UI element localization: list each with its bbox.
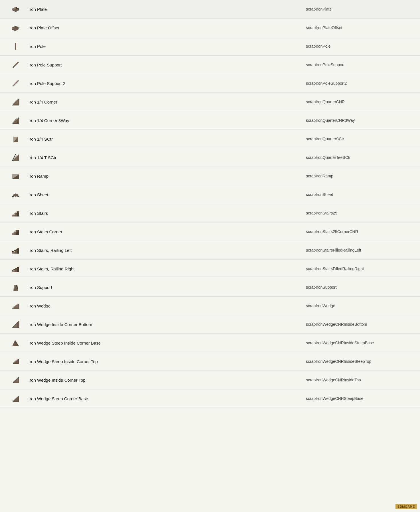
table-row[interactable]: Iron PlatescrapIronPlate (0, 0, 420, 19)
item-icon-wedge-inside-corner-bottom (10, 319, 21, 330)
item-identifier: scrapIronQuarterCNR (306, 100, 414, 104)
item-name: Iron Pole Support (26, 62, 306, 67)
item-name: Iron Pole (26, 44, 306, 49)
item-icon-stairs-railing-right (10, 263, 21, 274)
table-row[interactable]: Iron Stairs, Railing LeftscrapIronStairs… (0, 241, 420, 260)
item-name: Iron Stairs Corner (26, 229, 306, 234)
item-icon-cell (6, 78, 26, 89)
item-name: Iron Wedge Inside Corner Top (26, 378, 306, 383)
item-identifier: scrapIronQuarterSCtr (306, 137, 414, 141)
item-identifier: scrapIronStairsFilledRailingRight (306, 266, 414, 271)
item-identifier: scrapIronSupport (306, 285, 414, 290)
item-identifier: scrapIronWedgeCNRSteepBase (306, 396, 414, 401)
item-identifier: scrapIronStairsFilledRailingLeft (306, 248, 414, 252)
item-icon-cell (6, 282, 26, 293)
item-name: Iron Wedge Steep Inside Corner Base (26, 341, 306, 345)
table-row[interactable]: Iron PolescrapIronPole (0, 37, 420, 56)
item-name: Iron Ramp (26, 174, 306, 179)
item-name: Iron Wedge Steep Inside Corner Top (26, 359, 306, 364)
table-row[interactable]: Iron Wedge Steep Inside Corner TopscrapI… (0, 352, 420, 371)
item-icon-wedge-inside-corner-top (10, 375, 21, 385)
item-name: Iron Plate (26, 7, 306, 12)
item-icon-cell (6, 171, 26, 181)
item-icon-cell (6, 245, 26, 256)
item-name: Iron Plate Offset (26, 25, 306, 30)
svg-line-12 (13, 80, 19, 86)
table-row[interactable]: Iron Pole SupportscrapIronPoleSupport (0, 56, 420, 74)
item-name: Iron Pole Support 2 (26, 81, 306, 86)
svg-marker-61 (12, 359, 19, 364)
item-icon-cell (6, 22, 26, 33)
item-identifier: scrapIronQuarterCNR3Way (306, 118, 414, 123)
item-icon-wedge-steep-inside-corner-base (10, 337, 21, 348)
svg-line-10 (13, 62, 19, 68)
table-row[interactable]: Iron Plate OffsetscrapIronPlateOffset (0, 19, 420, 37)
item-icon-cell (6, 356, 26, 367)
item-identifier: scrapIronPoleSupport (306, 62, 414, 67)
svg-marker-67 (12, 396, 19, 402)
item-icon-cell (6, 337, 26, 348)
table-row[interactable]: Iron WedgescrapIronWedge (0, 297, 420, 315)
item-identifier: scrapIronWedgeCNRInsideSteepBase (306, 341, 414, 345)
svg-marker-15 (12, 98, 18, 104)
item-icon-cell (6, 375, 26, 385)
table-row[interactable]: Iron 1/4 T SCtrscrapIronQuarterTeeSCtr (0, 148, 420, 167)
table-row[interactable]: Iron RampscrapIronRamp (0, 167, 420, 185)
item-name: Iron 1/4 Corner (26, 100, 306, 104)
item-icon-stairs-corner (10, 226, 21, 237)
item-icon-wedge-steep-inside-corner-top (10, 356, 21, 367)
item-identifier: scrapIronStairs25CornerCNR (306, 229, 414, 234)
item-icon-cell (6, 59, 26, 70)
table-row[interactable]: Iron Pole Support 2scrapIronPoleSupport2 (0, 74, 420, 93)
table-row[interactable]: Iron SheetscrapIronSheet (0, 185, 420, 204)
item-icon-cell (6, 4, 26, 15)
item-icon-cell (6, 41, 26, 52)
table-row[interactable]: Iron Stairs CornerscrapIronStairs25Corne… (0, 222, 420, 241)
table-row[interactable]: Iron StairsscrapIronStairs25 (0, 204, 420, 222)
svg-marker-58 (12, 340, 19, 346)
item-icon-ramp (10, 171, 21, 181)
svg-rect-42 (12, 270, 15, 272)
item-name: Iron Wedge Inside Corner Bottom (26, 322, 306, 327)
item-name: Iron Sheet (26, 192, 306, 197)
item-icon-cell (6, 263, 26, 274)
item-icon-flat-square-offset (10, 22, 21, 33)
item-icon-support (10, 282, 21, 293)
item-identifier: scrapIronWedgeCNRInsideTop (306, 378, 414, 382)
svg-rect-8 (15, 43, 15, 50)
item-icon-cell (6, 189, 26, 200)
table-row[interactable]: Iron Stairs, Railing RightscrapIronStair… (0, 260, 420, 278)
item-identifier: scrapIronPoleSupport2 (306, 81, 414, 86)
item-icon-stairs-railing-left (10, 245, 21, 256)
table-row[interactable]: Iron Wedge Steep Inside Corner Basescrap… (0, 334, 420, 352)
item-icon-wedge-steep-corner-base (10, 393, 21, 404)
item-icon-cell (6, 319, 26, 330)
item-identifier: scrapIronPlate (306, 7, 414, 11)
item-identifier: scrapIronWedgeCNRInsideBottom (306, 322, 414, 327)
item-identifier: scrapIronPole (306, 44, 414, 48)
item-name: Iron 1/4 SCtr (26, 137, 306, 141)
table-row[interactable]: Iron 1/4 SCtrscrapIronQuarterSCtr (0, 130, 420, 148)
item-icon-quarter-sctr (10, 133, 21, 144)
item-identifier: scrapIronWedge (306, 303, 414, 308)
item-identifier: scrapIronWedgeCNRInsideSteepTop (306, 359, 414, 364)
item-identifier: scrapIronSheet (306, 192, 414, 197)
table-row[interactable]: Iron 1/4 CornerscrapIronQuarterCNR (0, 93, 420, 111)
item-icon-cell (6, 152, 26, 163)
item-identifier: scrapIronQuarterTeeSCtr (306, 155, 414, 160)
item-icon-cell (6, 393, 26, 404)
table-row[interactable]: Iron 1/4 Corner 3WayscrapIronQuarterCNR3… (0, 111, 420, 130)
item-name: Iron Support (26, 285, 306, 290)
item-icon-pole (10, 41, 21, 52)
item-icon-sheet (10, 189, 21, 200)
table-row[interactable]: Iron Wedge Inside Corner TopscrapIronWed… (0, 371, 420, 389)
item-icon-cell (6, 133, 26, 144)
item-identifier: scrapIronRamp (306, 174, 414, 178)
item-name: Iron Wedge (26, 303, 306, 308)
item-icon-cell (6, 115, 26, 126)
table-row[interactable]: Iron Wedge Steep Corner BasescrapIronWed… (0, 389, 420, 408)
table-row[interactable]: Iron Wedge Inside Corner BottomscrapIron… (0, 315, 420, 334)
item-name: Iron Wedge Steep Corner Base (26, 396, 306, 401)
item-identifier: scrapIronPlateOffset (306, 25, 414, 30)
table-row[interactable]: Iron SupportscrapIronSupport (0, 278, 420, 297)
